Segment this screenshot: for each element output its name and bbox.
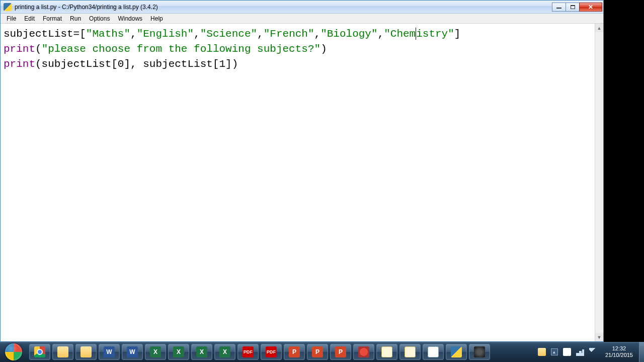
scroll-down-icon[interactable]: ▼ — [595, 333, 603, 341]
menu-edit[interactable]: Edit — [20, 14, 39, 23]
code-text: , — [257, 28, 264, 40]
word-2-icon: W — [127, 346, 138, 357]
taskbar-app-snagit[interactable] — [353, 344, 374, 360]
string-literal: "Chem — [384, 28, 416, 40]
taskbar-app-excel[interactable]: X — [145, 344, 166, 360]
vertical-scrollbar[interactable]: ▲ ▼ — [595, 24, 603, 341]
taskbar-apps: WWXXXXPDFPDFPPP — [27, 344, 533, 360]
code-text: , — [378, 28, 384, 40]
close-icon: ✕ — [588, 4, 593, 10]
string-literal: "English" — [137, 28, 194, 40]
close-button[interactable]: ✕ — [579, 3, 602, 12]
taskbar-app-explorer[interactable] — [52, 344, 73, 360]
excel-icon: X — [150, 346, 161, 357]
pdf-2-icon: PDF — [266, 346, 277, 357]
menu-help[interactable]: Help — [146, 14, 167, 23]
taskbar-app-ppt-3[interactable]: P — [330, 344, 351, 360]
code-text: ] — [454, 28, 461, 40]
maximize-button[interactable] — [566, 3, 580, 12]
menu-run[interactable]: Run — [66, 14, 85, 23]
menu-bar: File Edit Format Run Options Windows Hel… — [1, 14, 603, 24]
clock-date: 21/10/2015 — [605, 352, 633, 358]
word-icon: W — [104, 346, 115, 357]
system-tray: ▴ 12:32 21/10/2015 — [533, 342, 639, 362]
start-button[interactable] — [0, 342, 27, 362]
windows-logo-icon — [5, 343, 22, 360]
obs-icon — [474, 346, 485, 357]
minimize-icon — [556, 8, 561, 9]
menu-format[interactable]: Format — [39, 14, 66, 23]
taskbar-app-chrome[interactable] — [29, 344, 50, 360]
string-literal: "please choose from the following subjec… — [42, 43, 321, 55]
pdf-icon: PDF — [243, 346, 254, 357]
code-text: ( — [35, 43, 42, 55]
excel-4-icon: X — [219, 346, 230, 357]
taskbar[interactable]: WWXXXXPDFPDFPPP ▴ 12:32 21/10/2015 — [0, 342, 644, 362]
volume-icon[interactable] — [589, 348, 597, 356]
minimize-button[interactable] — [552, 3, 566, 12]
taskbar-app-pdf-2[interactable]: PDF — [261, 344, 282, 360]
taskbar-app-notepad-2[interactable] — [399, 344, 421, 360]
builtin-name: print — [4, 43, 35, 55]
taskbar-app-excel-4[interactable]: X — [214, 344, 235, 360]
menu-file[interactable]: File — [3, 14, 20, 23]
builtin-name: print — [4, 58, 35, 70]
clock-time: 12:32 — [605, 345, 633, 352]
python-file-icon — [4, 3, 12, 11]
scroll-up-icon[interactable]: ▲ — [595, 24, 603, 32]
string-literal: istry" — [416, 28, 454, 40]
window-title: printing a list.py - C:/Python34/printin… — [15, 4, 552, 11]
idle-icon — [428, 346, 439, 357]
desktop-background — [604, 0, 644, 362]
notepad-2-icon — [405, 346, 416, 357]
explorer-2-icon — [80, 346, 92, 357]
taskbar-app-excel-2[interactable]: X — [168, 344, 189, 360]
excel-3-icon: X — [196, 346, 207, 357]
notepad-icon — [381, 346, 392, 357]
code-text: (subjectList[0], subjectList[1]) — [35, 58, 238, 70]
action-center-icon[interactable] — [563, 348, 571, 356]
network-icon[interactable] — [576, 348, 584, 356]
code-text: subjectList=[ — [4, 28, 86, 40]
snagit-icon — [358, 346, 369, 357]
code-text: , — [314, 28, 321, 40]
python-icon — [451, 346, 462, 357]
idle-window: printing a list.py - C:/Python34/printin… — [0, 0, 604, 342]
string-literal: "Maths" — [86, 28, 130, 40]
window-buttons: ✕ — [552, 3, 602, 12]
taskbar-app-python[interactable] — [446, 344, 467, 360]
title-bar[interactable]: printing a list.py - C:/Python34/printin… — [1, 1, 603, 14]
code-text: ) — [320, 43, 327, 55]
ppt-icon: P — [289, 346, 300, 357]
explorer-icon — [57, 346, 68, 357]
menu-windows[interactable]: Windows — [114, 14, 146, 23]
tray-expand-button[interactable]: ▴ — [551, 348, 558, 355]
code-editor[interactable]: subjectList=["Maths","English","Science"… — [1, 24, 595, 341]
taskbar-clock[interactable]: 12:32 21/10/2015 — [602, 345, 636, 358]
editor-area: subjectList=["Maths","English","Science"… — [1, 24, 603, 341]
scroll-track[interactable] — [595, 32, 603, 333]
chrome-icon — [34, 346, 45, 357]
taskbar-app-ppt[interactable]: P — [284, 344, 305, 360]
string-literal: "Science" — [200, 28, 257, 40]
code-text: , — [130, 28, 137, 40]
taskbar-app-explorer-2[interactable] — [75, 344, 97, 360]
taskbar-app-word[interactable]: W — [99, 344, 120, 360]
excel-2-icon: X — [173, 346, 184, 357]
taskbar-app-excel-3[interactable]: X — [191, 344, 212, 360]
menu-options[interactable]: Options — [85, 14, 114, 23]
taskbar-app-word-2[interactable]: W — [122, 344, 143, 360]
taskbar-app-obs[interactable] — [469, 344, 490, 360]
string-literal: "Biology" — [320, 28, 377, 40]
ppt-3-icon: P — [335, 346, 346, 357]
string-literal: "French" — [264, 28, 314, 40]
ppt-2-icon: P — [312, 346, 323, 357]
taskbar-app-ppt-2[interactable]: P — [307, 344, 328, 360]
show-desktop-button[interactable] — [639, 342, 644, 362]
maximize-icon — [571, 5, 575, 9]
tray-folder-icon[interactable] — [538, 348, 546, 356]
taskbar-app-pdf[interactable]: PDF — [237, 344, 259, 360]
taskbar-app-idle[interactable] — [423, 344, 444, 360]
code-text: , — [194, 28, 200, 40]
taskbar-app-notepad[interactable] — [376, 344, 397, 360]
